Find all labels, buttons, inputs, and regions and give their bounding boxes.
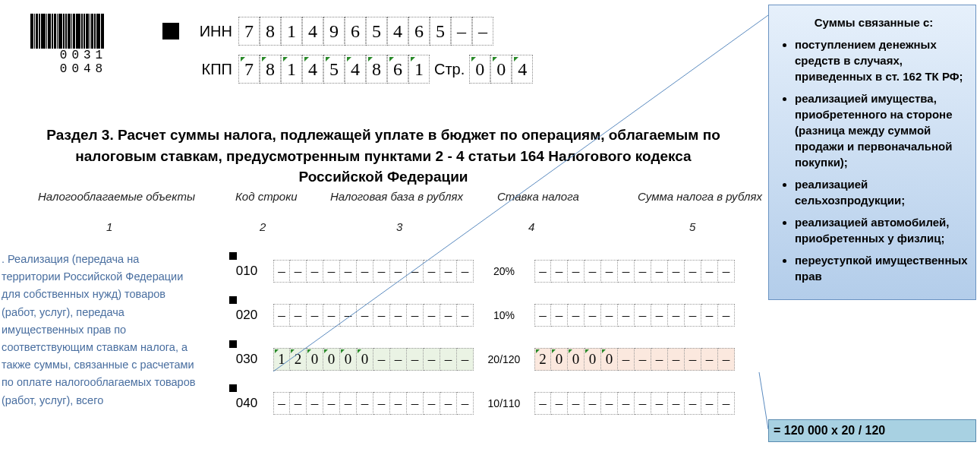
section-heading: Раздел 3. Расчет суммы налога, подлежаще… <box>38 125 729 188</box>
cell: 2 <box>290 348 307 371</box>
calculation-box: = 120 000 х 20 / 120 <box>768 419 976 442</box>
cell: – <box>551 304 568 327</box>
cell: – <box>618 260 635 283</box>
cell: – <box>340 260 357 283</box>
row-marker-icon <box>229 252 237 260</box>
cell: – <box>718 304 735 327</box>
cell: 5 <box>366 17 387 46</box>
annotation-item: реализацией автомобилей, приобретенных у… <box>795 214 969 246</box>
cell: – <box>551 260 568 283</box>
cell: – <box>323 392 340 415</box>
cell: – <box>273 304 290 327</box>
cell: – <box>701 392 718 415</box>
cell: – <box>668 348 685 371</box>
cell: – <box>323 260 340 283</box>
col-num-4: 4 <box>528 220 534 233</box>
cell: – <box>635 260 651 283</box>
tax-base-cells: –––––––––––– <box>273 392 474 415</box>
cell: 6 <box>387 55 408 84</box>
table-rows: 010––––––––––––20%––––––––––––020–––––––… <box>234 249 735 425</box>
col-num-3: 3 <box>396 220 402 233</box>
kpp-cells: 781454861 <box>238 55 430 84</box>
identifier-block: ИНН 7814965465–– КПП 781454861 Стр. 004 <box>190 17 533 93</box>
cell: – <box>457 260 474 283</box>
cell: – <box>685 348 701 371</box>
cell: – <box>424 392 440 415</box>
cell: – <box>357 392 373 415</box>
cell: – <box>685 304 701 327</box>
cell: 4 <box>512 55 533 84</box>
cell: – <box>585 304 601 327</box>
annotation-item: реализацией имущества, приобретенного на… <box>795 90 969 170</box>
barcode-bars <box>30 14 137 49</box>
cell: – <box>373 348 390 371</box>
col-num-1: 1 <box>106 220 112 233</box>
tax-base-cells: 120000–––––– <box>273 348 474 371</box>
inn-cells: 7814965465–– <box>238 17 493 46</box>
cell: – <box>357 260 373 283</box>
cell: – <box>551 392 568 415</box>
cell: 1 <box>281 55 302 84</box>
cell: 8 <box>260 55 281 84</box>
cell: – <box>373 260 390 283</box>
row-description: . Реализация (передача на территории Рос… <box>2 251 199 409</box>
barcode: 0031 0048 <box>30 14 137 76</box>
cell: 7 <box>238 17 260 46</box>
cell: – <box>618 348 635 371</box>
annotation-list: поступлением денежных средств в случаях,… <box>778 36 969 284</box>
tax-amount-cells: –––––––––––– <box>534 304 735 327</box>
cell: 4 <box>302 55 323 84</box>
annotation-item: переуступкой имущественных прав <box>795 252 969 284</box>
cell: – <box>472 17 493 46</box>
cell: – <box>668 304 685 327</box>
cell: – <box>651 304 668 327</box>
cell: – <box>568 304 585 327</box>
cell: – <box>373 304 390 327</box>
cell: 8 <box>260 17 281 46</box>
cell: 4 <box>345 55 366 84</box>
cell: – <box>618 304 635 327</box>
cell: – <box>390 348 407 371</box>
cell: – <box>718 392 735 415</box>
square-marker-icon <box>162 23 179 40</box>
cell: – <box>601 392 618 415</box>
cell: 1 <box>281 17 302 46</box>
cell: 0 <box>323 348 340 371</box>
inn-label: ИНН <box>190 23 232 40</box>
cell: – <box>534 304 551 327</box>
cell: – <box>701 260 718 283</box>
cell: – <box>273 392 290 415</box>
cell: – <box>668 392 685 415</box>
cell: – <box>424 260 440 283</box>
cell: 6 <box>408 17 430 46</box>
cell: 2 <box>534 348 551 371</box>
cell: – <box>340 392 357 415</box>
tax-rate: 10% <box>483 309 525 321</box>
cell: – <box>290 392 307 415</box>
tax-base-cells: –––––––––––– <box>273 304 474 327</box>
col-header-3: Налоговая база в рублях <box>330 190 463 203</box>
cell: – <box>440 348 457 371</box>
cell: – <box>685 392 701 415</box>
cell: 0 <box>568 348 585 371</box>
cell: 8 <box>366 55 387 84</box>
cell: – <box>457 392 474 415</box>
row-marker-icon <box>229 384 237 392</box>
row-marker-icon <box>229 340 237 348</box>
tax-rate: 20% <box>483 265 525 277</box>
col-header-2: Код строки <box>235 190 298 203</box>
annotation-box: Суммы связанные с: поступлением денежных… <box>768 5 976 300</box>
table-row: 030120000––––––20/12020000––––––– <box>234 337 735 381</box>
cell: – <box>357 304 373 327</box>
cell: – <box>390 304 407 327</box>
kpp-label: КПП <box>190 61 232 78</box>
cell: – <box>651 260 668 283</box>
cell: – <box>290 304 307 327</box>
cell: – <box>307 260 323 283</box>
cell: – <box>685 260 701 283</box>
tax-rate: 20/120 <box>483 353 525 365</box>
cell: 5 <box>323 55 345 84</box>
cell: – <box>668 260 685 283</box>
tax-rate: 10/110 <box>483 397 525 409</box>
col-header-1: Налогооблагаемые объекты <box>38 190 195 203</box>
